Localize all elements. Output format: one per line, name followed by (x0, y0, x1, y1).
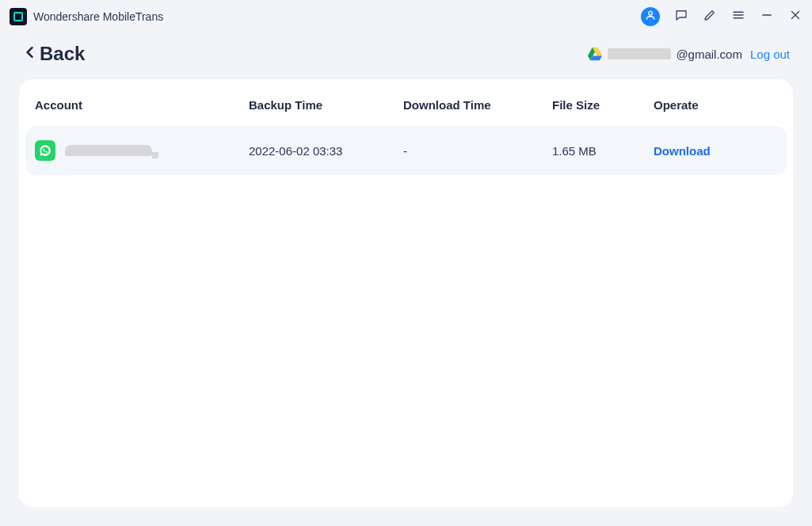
th-file-size: File Size (552, 98, 654, 112)
menu-button[interactable] (731, 10, 745, 24)
table-row: 2022-06-02 03:33 - 1.65 MB Download (25, 126, 787, 175)
email-suffix: @gmail.com (676, 48, 742, 61)
minimize-icon (760, 8, 774, 25)
title-bar: Wondershare MobileTrans (0, 0, 812, 33)
backup-table: Account Backup Time Download Time File S… (25, 86, 787, 175)
app-logo-icon (10, 8, 27, 25)
cell-account (35, 140, 249, 161)
message-icon (674, 8, 688, 25)
backup-list-panel: Account Backup Time Download Time File S… (19, 79, 793, 507)
feedback-button[interactable] (674, 10, 688, 24)
app-window: Wondershare MobileTrans (0, 0, 812, 526)
title-bar-actions (641, 7, 802, 26)
hamburger-icon (731, 8, 745, 25)
user-account-button[interactable] (641, 7, 660, 26)
app-title: Wondershare MobileTrans (33, 10, 163, 23)
logout-link[interactable]: Log out (750, 48, 790, 61)
download-link[interactable]: Download (654, 144, 711, 158)
google-drive-icon (587, 47, 603, 61)
pencil-icon (703, 8, 717, 25)
cell-operate: Download (654, 144, 777, 158)
cell-file-size: 1.65 MB (552, 144, 654, 158)
nav-bar: Back @gmail.com Log out (0, 33, 812, 79)
whatsapp-icon (35, 140, 55, 161)
th-backup-time: Backup Time (249, 98, 403, 112)
account-name-redacted (65, 145, 152, 156)
th-account: Account (35, 98, 249, 112)
th-operate: Operate (654, 98, 777, 112)
cell-backup-time: 2022-06-02 03:33 (249, 144, 403, 158)
svg-point-0 (649, 11, 653, 15)
back-label: Back (40, 43, 85, 65)
th-download-time: Download Time (403, 98, 552, 112)
table-header: Account Backup Time Download Time File S… (25, 86, 787, 124)
cell-download-time: - (403, 144, 552, 158)
back-button[interactable]: Back (22, 43, 85, 65)
edit-button[interactable] (703, 10, 717, 24)
close-icon (788, 8, 802, 25)
close-window-button[interactable] (788, 10, 802, 24)
user-icon (645, 10, 656, 24)
logged-in-account: @gmail.com Log out (587, 47, 790, 61)
email-redacted (608, 48, 671, 59)
minimize-button[interactable] (760, 10, 774, 24)
chevron-left-icon (22, 44, 38, 63)
